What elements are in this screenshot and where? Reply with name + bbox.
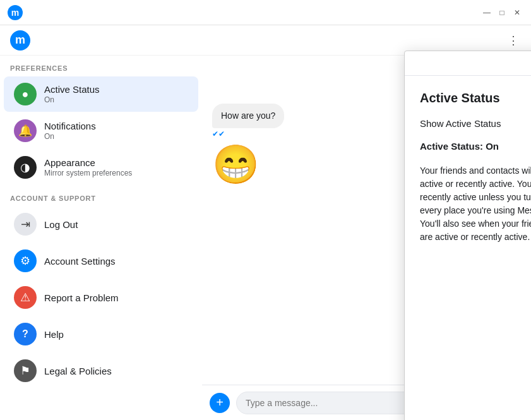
appearance-icon: ◑ — [14, 156, 37, 179]
title-bar: m — □ ✕ — [0, 0, 531, 25]
app-logo: m — [8, 5, 23, 20]
add-attachment-button[interactable]: + — [210, 393, 230, 413]
active-status-text: Active Status: On — [420, 141, 531, 152]
message-bubble: How are you? — [212, 104, 284, 129]
maximize-button[interactable]: □ — [496, 6, 508, 19]
sidebar-item-appearance[interactable]: ◑ Appearance Mirror system preferences — [4, 150, 198, 185]
logout-icon: ⇥ — [14, 213, 37, 236]
notifications-subtitle: On — [44, 132, 96, 141]
active-status-subtitle: On — [44, 95, 100, 104]
active-status-label: Active Status — [44, 84, 100, 95]
window-controls: — □ ✕ — [480, 6, 523, 19]
sidebar-item-help[interactable]: ? Help — [4, 316, 198, 352]
legal-icon: ⚑ — [14, 359, 37, 382]
appearance-subtitle: Mirror system preferences — [44, 169, 132, 177]
modal-content: Active Status Show Active Status Active … — [405, 76, 531, 420]
close-button[interactable]: ✕ — [511, 6, 523, 19]
active-status-icon: ● — [14, 83, 37, 105]
modal-title: Active Status — [420, 91, 531, 105]
emoji-message: 😁 — [212, 146, 260, 184]
active-status-modal: — □ ✕ Active Status Show Active Status A… — [404, 51, 531, 420]
chat-menu-button[interactable]: ⋮ — [503, 30, 523, 51]
appearance-label: Appearance — [44, 157, 132, 168]
show-active-status-row: Show Active Status — [420, 116, 531, 131]
modal-title-bar: — □ ✕ — [405, 51, 531, 76]
sidebar-item-report[interactable]: ⚠ Report a Problem — [4, 280, 198, 315]
sidebar-header: m — [0, 25, 202, 56]
sidebar-item-active-status[interactable]: ● Active Status On — [4, 76, 198, 112]
help-icon: ? — [14, 323, 37, 345]
chat-area: ⋮ Hey! ✔✔ How are you? ✔✔ 😁 — [202, 25, 531, 420]
notifications-label: Notifications — [44, 121, 96, 131]
message-check: ✔✔ — [212, 129, 225, 138]
legal-label: Legal & Policies — [44, 366, 112, 376]
logout-label: Log Out — [44, 219, 78, 230]
show-active-status-label: Show Active Status — [420, 118, 501, 129]
notifications-icon: 🔔 — [14, 119, 37, 142]
sidebar-item-notifications[interactable]: 🔔 Notifications On — [4, 113, 198, 148]
modal-description: Your friends and contacts will see when … — [420, 164, 531, 244]
account-section-label: ACCOUNT & SUPPORT — [0, 186, 202, 206]
sidebar-item-legal[interactable]: ⚑ Legal & Policies — [4, 353, 198, 388]
account-settings-label: Account Settings — [44, 256, 116, 267]
sidebar: m PREFERENCES ● Active Status On 🔔 Notif… — [0, 25, 202, 420]
help-label: Help — [44, 329, 64, 340]
report-icon: ⚠ — [14, 286, 37, 309]
preferences-section-label: PREFERENCES — [0, 56, 202, 76]
minimize-button[interactable]: — — [480, 6, 493, 19]
report-label: Report a Problem — [44, 292, 119, 303]
sidebar-logo: m — [10, 30, 30, 51]
sidebar-item-account-settings[interactable]: ⚙ Account Settings — [4, 243, 198, 279]
account-settings-icon: ⚙ — [14, 249, 37, 272]
sidebar-item-logout[interactable]: ⇥ Log Out — [4, 207, 198, 242]
